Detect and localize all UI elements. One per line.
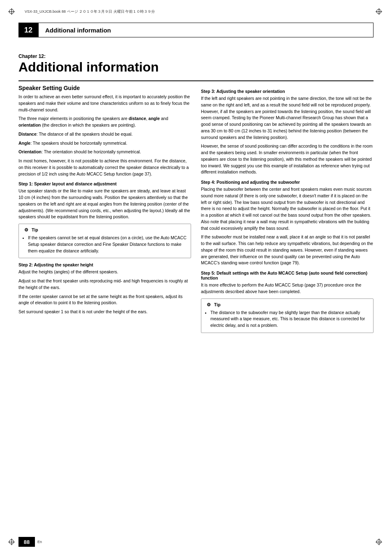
- section-divider: [18, 80, 374, 81]
- right-column: Step 3: Adjusting the speaker orientatio…: [201, 85, 374, 336]
- tip1-list: If the speakers cannot be set at equal d…: [28, 235, 187, 254]
- speaker-setting-title: Speaker Setting Guide: [18, 85, 191, 91]
- chapter-title: Additional information: [18, 60, 374, 74]
- left-column: Speaker Setting Guide In order to achiev…: [18, 85, 191, 336]
- tip2-label: Tip: [214, 302, 221, 307]
- step1-text: Use speaker stands or the like to make s…: [18, 188, 191, 220]
- angle-text: Angle: The speakers should be horizontal…: [18, 140, 191, 147]
- tip1-box: ⚙ Tip If the speakers cannot be set at e…: [18, 224, 191, 258]
- intro-p2: The three major elements in positioning …: [18, 116, 191, 129]
- orientation-text: Orientation: The orientation should be h…: [18, 149, 191, 155]
- orientation-val: : The orientation should be horizontally…: [42, 149, 141, 154]
- intro-p2-suffix: (the direction in which the speakers are…: [41, 123, 136, 127]
- intro-p1: In order to achieve an even better surro…: [18, 94, 191, 113]
- orientation-label: Orientation: [18, 149, 42, 154]
- tip2-header: ⚙ Tip: [205, 301, 369, 308]
- step1-title: Step 1: Speaker layout and distance adju…: [18, 181, 191, 186]
- step2-p1: Adjust the heights (angles) of the diffe…: [18, 269, 191, 275]
- general-note: In most homes, however, it is not possib…: [18, 158, 191, 177]
- tip2-item: The distance to the subwoofer may be sli…: [210, 310, 369, 329]
- angle-label: Angle: [18, 141, 30, 146]
- distance-val: : The distance of all the speakers shoul…: [37, 132, 133, 136]
- chapter-label: Chapter 12:: [18, 53, 374, 59]
- intro-p2-prefix: The three major elements in positioning …: [18, 116, 129, 121]
- step5-title: Step 5: Default settings with the Auto M…: [201, 271, 374, 280]
- tip2-icon: ⚙: [205, 301, 212, 308]
- step4-p2: If the subwoofer must be installed near …: [201, 234, 374, 266]
- step4-title: Step 4: Positioning and adjusting the su…: [201, 180, 374, 185]
- page-container: VSX-33_UXJCB.book 88 ページ ２０１０年３月９日 火曜日 午…: [0, 0, 392, 555]
- step2-p2: Adjust so that the front speaker units r…: [18, 278, 191, 291]
- tip1-header: ⚙ Tip: [23, 227, 187, 233]
- distance-label: Distance: [18, 132, 37, 136]
- tip1-icon: ⚙: [23, 227, 30, 233]
- tip1-label: Tip: [32, 227, 38, 232]
- step3-title: Step 3: Adjusting the speaker orientatio…: [201, 89, 374, 94]
- chapter-number-box: 12: [18, 23, 38, 37]
- header-bar: 12 Additional information: [18, 23, 374, 37]
- corner-mark-tr: [376, 8, 384, 16]
- intro-p2-mid2: and: [160, 116, 168, 121]
- corner-mark-tl: [8, 8, 16, 16]
- tip2-box: ⚙ Tip The distance to the subwoofer may …: [201, 298, 374, 333]
- distance-text: Distance: The distance of all the speake…: [18, 131, 191, 138]
- step3-p2: However, the sense of sound positioning …: [201, 143, 374, 176]
- intro-p2-bold1: distance: [129, 116, 146, 121]
- step3-p1: If the left and right speakers are not p…: [201, 95, 374, 141]
- tip2-list: The distance to the subwoofer may be sli…: [210, 310, 369, 329]
- main-content: Chapter 12: Additional information Speak…: [18, 45, 374, 530]
- corner-mark-br: [376, 539, 384, 547]
- footer: 88 En: [18, 537, 374, 547]
- step5-p1: It is more effective to perform the Auto…: [201, 282, 374, 295]
- intro-p2-bold2: angle: [148, 116, 159, 121]
- corner-mark-bl: [8, 539, 16, 547]
- tip1-item: If the speakers cannot be set at equal d…: [28, 235, 187, 254]
- footer-lang: En: [37, 540, 42, 544]
- step2-title: Step 2: Adjusting the speaker height: [18, 262, 191, 267]
- two-columns: Speaker Setting Guide In order to achiev…: [18, 85, 374, 336]
- step4-p1: Placing the subwoofer between the center…: [201, 186, 374, 231]
- step2-p3: If the center speaker cannot be set at t…: [18, 294, 191, 307]
- angle-val: : The speakers should be horizontally sy…: [30, 141, 127, 146]
- file-info: VSX-33_UXJCB.book 88 ページ ２０１０年３月９日 火曜日 午…: [25, 9, 155, 14]
- header-title-box: Additional information: [38, 23, 374, 37]
- page-number: 88: [18, 537, 35, 547]
- step2-p4: Set surround speaker 1 so that it is not…: [18, 309, 191, 315]
- intro-p2-bold3: orientation: [18, 123, 41, 127]
